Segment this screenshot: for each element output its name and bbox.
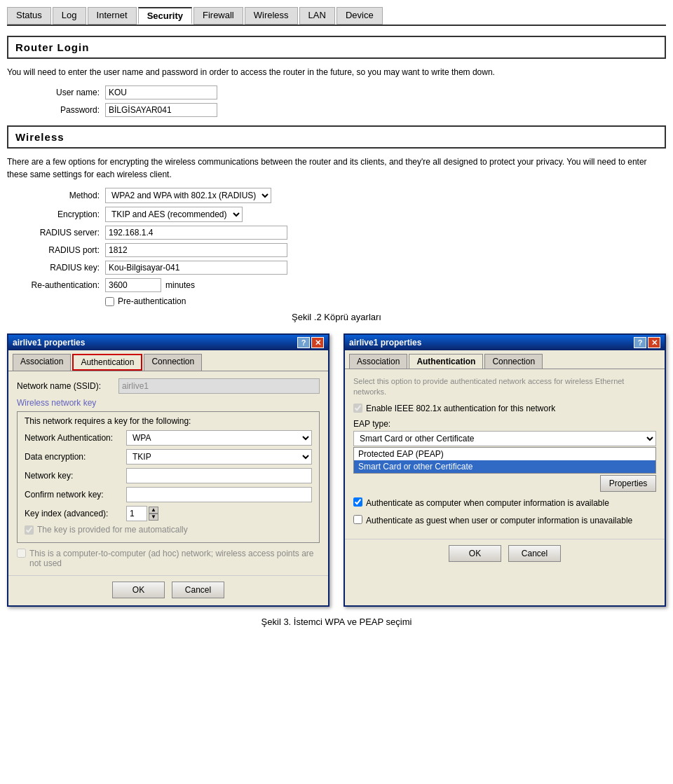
dialog2-close-button[interactable]: ✕ [648,337,660,348]
preauth-row: Pre-authentication [105,296,666,306]
dialog1-tab-authentication[interactable]: Authentication [72,354,142,371]
dialog1-netauth-label: Network Authentication: [25,433,126,443]
nav-tab-device[interactable]: Device [336,7,383,25]
dialog2-ieee-checkbox[interactable] [353,404,362,413]
dialog1-adhoc-row: This is a computer-to-computer (ad hoc) … [17,549,320,568]
dialog2-eap-label: EAP type: [353,419,656,429]
dialog1-keyindex-spinner: ▲ ▼ [126,506,158,521]
encryption-select[interactable]: TKIP and AES (recommended) [105,207,243,222]
dialog2-tab-association[interactable]: Association [349,354,407,369]
reauth-row: Re-authentication: minutes [7,278,666,292]
dialog2-content: Select this option to provide authentica… [345,369,665,539]
dialog1-keyindex-row: Key index (advanced): ▲ ▼ [25,506,312,521]
dialog1-titlebar-buttons: ? ✕ [297,337,324,348]
dialog1-keyindex-label: Key index (advanced): [25,509,126,518]
password-input[interactable] [105,103,217,117]
dialog1-spinner-up[interactable]: ▲ [149,507,158,514]
dialog1-confirmkey-row: Confirm network key: [25,487,312,502]
dialog1-ok-button[interactable]: OK [112,582,165,598]
dialog2-buttons: OK Cancel [345,539,665,569]
dialog1-netkey-input[interactable] [126,468,312,483]
dialog2-properties-button[interactable]: Properties [600,475,656,492]
dialog1-ssid-label: Network name (SSID): [17,381,118,391]
dialog1-titlebar: airlive1 properties ? ✕ [8,335,328,350]
dialog1-buttons: OK Cancel [8,575,328,605]
preauth-checkbox[interactable] [105,297,114,306]
dialog2-tab-authentication[interactable]: Authentication [409,354,483,369]
method-row: Method: WPA2 and WPA with 802.1x (RADIUS… [7,188,666,203]
dialog2: airlive1 properties ? ✕ Association Auth… [344,333,666,607]
dialog1-netauth-select[interactable]: WPA [126,430,312,446]
password-row: Password: [7,103,666,117]
dialog2-ok-button[interactable]: OK [449,545,501,562]
encryption-label: Encryption: [7,209,105,219]
method-select[interactable]: WPA2 and WPA with 802.1x (RADIUS) [105,188,271,203]
dialog1-netkey-row: Network key: [25,468,312,483]
radius-server-input[interactable] [105,226,287,240]
dialog1-confirmkey-input[interactable] [126,487,312,502]
caption2: Şekil 3. İstemci WPA ve PEAP seçimi [7,617,666,627]
dialog2-desc: Select this option to provide authentica… [353,376,656,398]
username-input[interactable] [105,85,217,99]
wireless-title: Wireless [15,131,658,143]
dialog1-close-button[interactable]: ✕ [311,337,324,348]
radius-key-input[interactable] [105,261,287,275]
dialog1-key-group: Wireless network key This network requir… [17,398,320,543]
dialog1-adhoc-label: This is a computer-to-computer (ad hoc) … [29,549,320,568]
password-label: Password: [7,105,105,115]
dialog1-spinner-down[interactable]: ▼ [149,514,158,521]
dialog2-tab-connection[interactable]: Connection [484,354,543,369]
radius-key-row: RADIUS key: [7,261,666,275]
router-login-section: Router Login [7,36,666,59]
dialog1-autokey-checkbox[interactable] [25,525,34,535]
nav-tab-log[interactable]: Log [53,7,86,25]
minutes-label: minutes [165,280,195,290]
dialog1-netauth-row: Network Authentication: WPA [25,430,312,446]
dialog2-title: airlive1 properties [349,338,421,348]
dialog1-ssid-input[interactable] [118,378,320,394]
nav-tab-internet[interactable]: Internet [88,7,137,25]
dialog2-eap-item-smartcard2[interactable]: Smart Card or other Certificate [354,460,655,473]
nav-tab-status[interactable]: Status [7,7,51,25]
reauth-input[interactable] [105,278,161,292]
dialog1-dataenc-select[interactable]: TKIP [126,449,312,465]
dialog2-auth2-checkbox[interactable] [353,515,362,524]
dialog1-key-group-label: Wireless network key [17,398,320,408]
radius-port-label: RADIUS port: [7,245,105,255]
dialog1-tab-association[interactable]: Association [13,354,71,371]
wireless-section: Wireless [7,125,666,149]
dialog2-eap-item-peap[interactable]: Protected EAP (PEAP) [354,448,655,460]
dialog2-ieee-label: Enable IEEE 802.1x authentication for th… [366,404,555,413]
radius-port-input[interactable] [105,243,287,257]
dialog1-keyindex-input[interactable] [126,506,147,521]
dialog1-adhoc-checkbox[interactable] [17,549,26,558]
dialog2-help-button[interactable]: ? [634,337,646,348]
dialog1-tab-connection[interactable]: Connection [144,354,202,371]
nav-tab-lan[interactable]: LAN [299,7,335,25]
dialog2-eap-row: Smart Card or other Certificate [353,431,656,446]
nav-tab-security[interactable]: Security [138,7,192,25]
dialog1-title: airlive1 properties [13,338,85,348]
radius-server-row: RADIUS server: [7,226,666,240]
dialogs-area: airlive1 properties ? ✕ Association Auth… [7,333,666,607]
dialog1-tabs: Association Authentication Connection [8,350,328,371]
dialog1-cancel-button[interactable]: Cancel [172,582,224,598]
dialog2-eap-dropdown-list: Protected EAP (PEAP) Smart Card or other… [353,447,656,474]
nav-tab-firewall[interactable]: Firewall [193,7,243,25]
dialog1-spinner-arrows: ▲ ▼ [149,507,158,521]
dialog1-help-button[interactable]: ? [297,337,310,348]
nav-tab-wireless[interactable]: Wireless [245,7,298,25]
dialog2-auth2-row: Authenticate as guest when user or compu… [353,515,656,527]
nav-tabs: StatusLogInternetSecurityFirewallWireles… [7,7,666,26]
dialog1-dataenc-label: Data encryption: [25,452,126,462]
dialog2-auth1-checkbox[interactable] [353,497,362,507]
dialog2-auth2-label: Authenticate as guest when user or compu… [366,515,632,527]
dialog1-content: Network name (SSID): Wireless network ke… [8,371,328,575]
wireless-desc: There are a few options for encrypting t… [7,156,666,181]
dialog2-ieee-row: Enable IEEE 802.1x authentication for th… [353,404,656,413]
dialog2-titlebar-buttons: ? ✕ [634,337,660,348]
dialog1: airlive1 properties ? ✕ Association Auth… [7,333,329,607]
dialog2-eap-select[interactable]: Smart Card or other Certificate [353,431,656,446]
dialog2-cancel-button[interactable]: Cancel [508,545,561,562]
dialog1-autokey-row: The key is provided for me automatically [25,525,312,535]
